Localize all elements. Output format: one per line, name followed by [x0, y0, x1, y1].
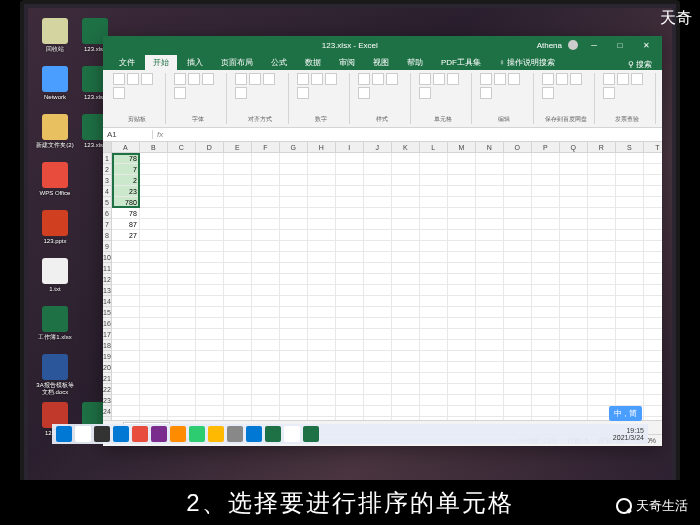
- row-headers[interactable]: 1234567891011121314151617181920212223242…: [103, 142, 112, 420]
- cell[interactable]: [616, 362, 644, 373]
- row-header[interactable]: 25: [103, 417, 111, 420]
- cell[interactable]: [504, 175, 532, 186]
- cell[interactable]: [308, 186, 336, 197]
- cell[interactable]: [560, 307, 588, 318]
- cell[interactable]: [280, 252, 308, 263]
- user-avatar[interactable]: [568, 40, 578, 50]
- cell[interactable]: [644, 263, 662, 274]
- cell[interactable]: [336, 384, 364, 395]
- cell[interactable]: [504, 318, 532, 329]
- cell[interactable]: [644, 318, 662, 329]
- cell[interactable]: [364, 241, 392, 252]
- name-box[interactable]: A1: [103, 130, 153, 139]
- column-header[interactable]: T: [644, 142, 662, 153]
- row-header[interactable]: 18: [103, 340, 111, 351]
- cell[interactable]: [644, 274, 662, 285]
- cell[interactable]: [560, 417, 588, 420]
- cell[interactable]: [140, 384, 168, 395]
- cell[interactable]: [168, 373, 196, 384]
- ribbon-button[interactable]: [127, 73, 139, 85]
- cell[interactable]: [168, 395, 196, 406]
- column-header[interactable]: B: [140, 142, 168, 153]
- cell[interactable]: [364, 417, 392, 420]
- cell[interactable]: [392, 296, 420, 307]
- desktop-icon[interactable]: 工作簿1.xlsx: [36, 306, 74, 341]
- cell[interactable]: [364, 252, 392, 263]
- cell[interactable]: [504, 274, 532, 285]
- search-box[interactable]: ⚲ 搜索: [628, 59, 662, 70]
- cell[interactable]: [280, 395, 308, 406]
- ribbon-button[interactable]: [508, 73, 520, 85]
- cell[interactable]: [280, 296, 308, 307]
- cell[interactable]: [560, 384, 588, 395]
- cell[interactable]: [168, 318, 196, 329]
- cell[interactable]: [448, 175, 476, 186]
- cell[interactable]: [448, 384, 476, 395]
- cell[interactable]: [644, 417, 662, 420]
- cell[interactable]: [168, 296, 196, 307]
- cell[interactable]: [504, 340, 532, 351]
- cell[interactable]: [336, 197, 364, 208]
- ribbon-tab[interactable]: 数据: [297, 55, 329, 70]
- cell[interactable]: [532, 164, 560, 175]
- cell[interactable]: [420, 318, 448, 329]
- cell[interactable]: [196, 362, 224, 373]
- column-header[interactable]: C: [168, 142, 196, 153]
- cell[interactable]: [476, 395, 504, 406]
- cell[interactable]: [308, 373, 336, 384]
- cell[interactable]: [392, 329, 420, 340]
- cell[interactable]: [280, 230, 308, 241]
- cell[interactable]: [392, 285, 420, 296]
- taskbar[interactable]: 19:152021/3/24: [52, 424, 648, 444]
- taskbar-icon[interactable]: [227, 426, 243, 442]
- cell[interactable]: [560, 274, 588, 285]
- cell[interactable]: [588, 164, 616, 175]
- cell[interactable]: [504, 164, 532, 175]
- cell[interactable]: [168, 252, 196, 263]
- cell[interactable]: [644, 329, 662, 340]
- cell[interactable]: [476, 263, 504, 274]
- cell[interactable]: [644, 153, 662, 164]
- row-header[interactable]: 15: [103, 307, 111, 318]
- cell[interactable]: [532, 241, 560, 252]
- cell[interactable]: [252, 208, 280, 219]
- cell[interactable]: 23: [112, 186, 140, 197]
- cell[interactable]: [224, 406, 252, 417]
- taskbar-icon[interactable]: [265, 426, 281, 442]
- cell[interactable]: [392, 340, 420, 351]
- cell[interactable]: [504, 230, 532, 241]
- cell[interactable]: [112, 329, 140, 340]
- cell[interactable]: [364, 197, 392, 208]
- cell[interactable]: [308, 329, 336, 340]
- cell[interactable]: [560, 362, 588, 373]
- cell[interactable]: [420, 164, 448, 175]
- cell[interactable]: [560, 186, 588, 197]
- cell[interactable]: [616, 197, 644, 208]
- cell[interactable]: [532, 263, 560, 274]
- cell[interactable]: [616, 296, 644, 307]
- cell[interactable]: [364, 351, 392, 362]
- cell[interactable]: [532, 373, 560, 384]
- cell[interactable]: [308, 307, 336, 318]
- cell[interactable]: [504, 186, 532, 197]
- cell[interactable]: [308, 175, 336, 186]
- cell[interactable]: [252, 241, 280, 252]
- ribbon-button[interactable]: [480, 87, 492, 99]
- cell[interactable]: [560, 241, 588, 252]
- cell[interactable]: [364, 263, 392, 274]
- cell[interactable]: [140, 362, 168, 373]
- cell[interactable]: [448, 395, 476, 406]
- cell[interactable]: [420, 417, 448, 420]
- cell[interactable]: [336, 318, 364, 329]
- row-header[interactable]: 9: [103, 241, 111, 252]
- cell[interactable]: [196, 384, 224, 395]
- cell[interactable]: [140, 274, 168, 285]
- ribbon-tab[interactable]: 页面布局: [213, 55, 261, 70]
- cell[interactable]: [644, 230, 662, 241]
- cell[interactable]: [616, 274, 644, 285]
- ribbon-button[interactable]: [542, 73, 554, 85]
- cell[interactable]: [504, 395, 532, 406]
- cell[interactable]: [644, 351, 662, 362]
- ribbon-button[interactable]: [358, 87, 370, 99]
- cell[interactable]: [392, 164, 420, 175]
